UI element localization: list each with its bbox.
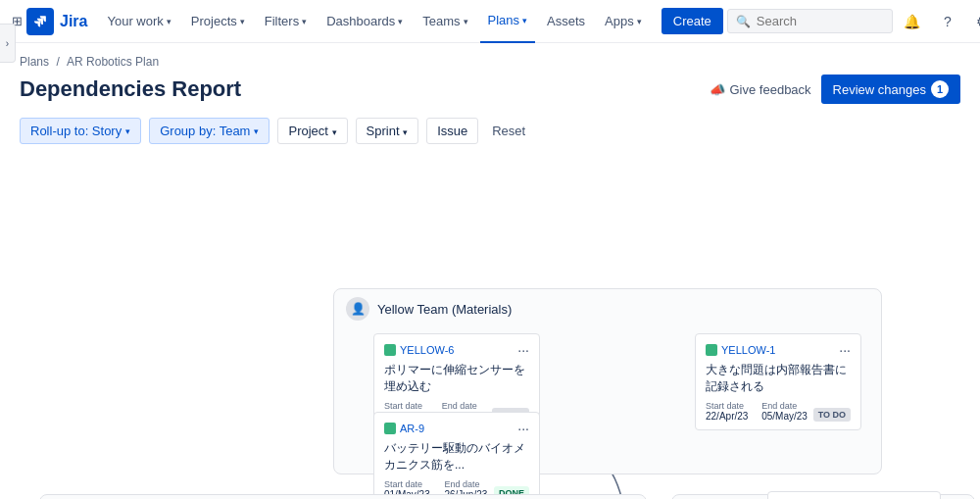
review-badge: 1 xyxy=(931,80,949,98)
ar9-card: AR-9 ··· バッテリー駆動のバイオメカニクス筋を... Start dat… xyxy=(373,412,540,499)
page-header: Plans / AR Robotics Plan Dependencies Re… xyxy=(0,43,980,104)
yellow1-id: YELLOW-1 xyxy=(721,344,775,356)
yellow1-card: YELLOW-1 ··· 大きな問題は内部報告書に記録される Start dat… xyxy=(695,333,861,430)
ar9-id: AR-9 xyxy=(400,423,424,434)
yellow1-issue: YELLOW-1 ··· 大きな問題は内部報告書に記録される Start dat… xyxy=(695,333,861,430)
ar9-menu[interactable]: ··· xyxy=(517,421,529,436)
sprint-button[interactable]: Sprint ▾ xyxy=(356,118,419,144)
page-title-row: Dependencies Report 📣 Give feedback Revi… xyxy=(20,75,960,104)
nav-filters[interactable]: Filters ▾ xyxy=(257,0,315,43)
settings-icon[interactable]: ⚙ xyxy=(967,6,980,37)
yellow1-title: 大きな問題は内部報告書に記録される xyxy=(706,362,851,395)
breadcrumb: Plans / AR Robotics Plan xyxy=(20,55,960,69)
canvas: blocks (about -1 mo...) blocks (+4 month… xyxy=(0,156,980,499)
breadcrumb-plan[interactable]: AR Robotics Plan xyxy=(67,55,159,69)
yellow-6-title: ポリマーに伸縮センサーを埋め込む xyxy=(384,362,529,395)
blue-team-box: 👤 Blue Team (HW) AR-13 ··· 組立ラインで製品を自動認識… xyxy=(39,494,647,499)
feedback-icon: 📣 xyxy=(710,82,725,97)
nav-your-work[interactable]: Your work ▾ xyxy=(99,0,178,43)
sidebar-toggle[interactable]: › xyxy=(0,24,16,63)
yellow-6-id: YELLOW-6 xyxy=(400,344,454,356)
ar9-title: バッテリー駆動のバイオメカニクス筋を... xyxy=(384,440,529,474)
yellow-6-menu[interactable]: ··· xyxy=(517,342,529,358)
search-icon: 🔍 xyxy=(736,15,751,28)
issue-button[interactable]: Issue xyxy=(426,118,478,144)
review-label: Review changes xyxy=(833,82,926,97)
yellow1-menu[interactable]: ··· xyxy=(839,342,851,358)
nav-icon-group: 🔔 ? ⚙ RS xyxy=(897,6,980,37)
zoom-bar: − + 90% Fit Reset xyxy=(767,491,941,499)
top-nav: ⊞ Jira Your work ▾ Projects ▾ Filters ▾ … xyxy=(0,0,980,43)
nav-apps[interactable]: Apps ▾ xyxy=(597,0,650,43)
yellow1-status: TO DO xyxy=(813,408,851,422)
rollup-button[interactable]: Roll-up to: Story ▾ xyxy=(20,118,141,144)
yellow-team-header: 👤 Yellow Team (Materials) xyxy=(334,289,881,324)
create-button[interactable]: Create xyxy=(662,8,723,34)
yellow-team-box: 👤 Yellow Team (Materials) YELLOW-6 ··· ポ… xyxy=(333,288,882,474)
search-input[interactable] xyxy=(757,14,884,28)
jira-logo-text: Jira xyxy=(60,13,87,30)
jira-logo-icon xyxy=(26,8,54,35)
nav-teams[interactable]: Teams ▾ xyxy=(415,0,475,43)
nav-plans[interactable]: Plans ▾ xyxy=(480,0,536,43)
blue-team-header: 👤 Blue Team (HW) xyxy=(40,495,646,499)
yellow1-icon xyxy=(706,344,717,356)
groupby-button[interactable]: Group by: Team ▾ xyxy=(149,118,270,144)
yellow-team-avatar: 👤 xyxy=(346,297,369,321)
ar9-issue: AR-9 ··· バッテリー駆動のバイオメカニクス筋を... Start dat… xyxy=(373,412,540,499)
canvas-inner: blocks (about -1 mo...) blocks (+4 month… xyxy=(20,156,960,499)
nav-dashboards[interactable]: Dashboards ▾ xyxy=(318,0,411,43)
project-button[interactable]: Project ▾ xyxy=(277,118,347,144)
yellow-team-name: Yellow Team (Materials) xyxy=(377,302,512,317)
search-box: 🔍 xyxy=(727,9,893,33)
ar9-icon xyxy=(384,423,396,434)
header-actions: 📣 Give feedback Review changes 1 xyxy=(710,75,961,104)
review-button[interactable]: Review changes 1 xyxy=(821,75,960,104)
reset-button[interactable]: Reset xyxy=(486,119,531,143)
yellow-6-icon xyxy=(384,344,396,356)
feedback-button[interactable]: 📣 Give feedback xyxy=(710,82,811,97)
nav-assets[interactable]: Assets xyxy=(539,0,593,43)
notifications-icon[interactable]: 🔔 xyxy=(897,6,928,37)
toolbar: Roll-up to: Story ▾ Group by: Team ▾ Pro… xyxy=(0,118,980,156)
feedback-label: Give feedback xyxy=(730,82,811,97)
breadcrumb-plans[interactable]: Plans xyxy=(20,55,49,69)
nav-projects[interactable]: Projects ▾ xyxy=(183,0,253,43)
help-icon[interactable]: ? xyxy=(932,6,963,37)
page-title: Dependencies Report xyxy=(20,76,241,102)
nav-logo: Jira xyxy=(26,8,87,35)
